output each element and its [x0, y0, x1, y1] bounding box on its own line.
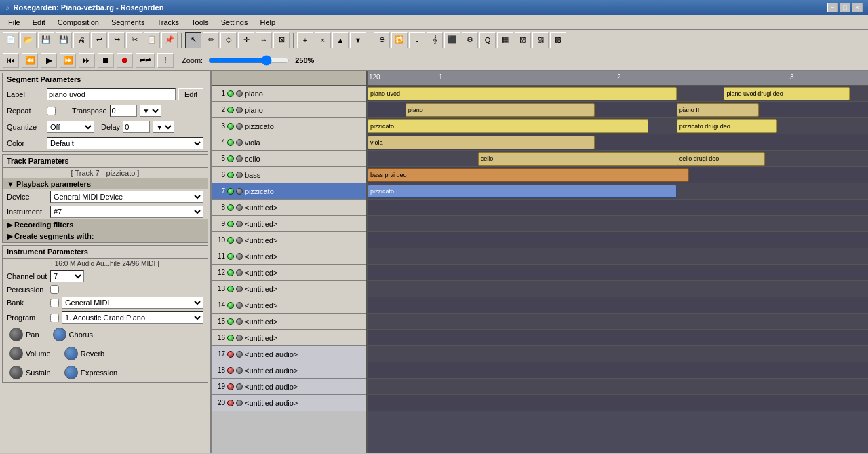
- track-mute-dot[interactable]: [227, 269, 234, 276]
- track-solo-dot[interactable]: [236, 172, 243, 178]
- transpose-input[interactable]: [110, 105, 137, 117]
- track-solo-dot[interactable]: [236, 400, 243, 406]
- track-solo-dot[interactable]: [236, 188, 243, 195]
- track-solo-dot[interactable]: [236, 318, 243, 325]
- track-solo-dot[interactable]: [236, 204, 243, 211]
- percussion-checkbox[interactable]: [50, 285, 59, 294]
- segment[interactable]: pizzicato: [368, 119, 648, 133]
- track-row[interactable]: 7pizzicato: [212, 183, 366, 200]
- track-solo-dot[interactable]: [236, 221, 243, 227]
- track-mute-dot[interactable]: [227, 139, 234, 146]
- segment[interactable]: pizzicato: [368, 185, 677, 198]
- track-row[interactable]: 10<untitled>: [212, 232, 366, 248]
- track-row[interactable]: 13<untitled>: [212, 281, 366, 297]
- program-checkbox[interactable]: [50, 314, 59, 322]
- track-mute-dot[interactable]: [227, 188, 234, 195]
- segment[interactable]: viola: [368, 136, 595, 149]
- track-mute-dot[interactable]: [227, 123, 234, 130]
- plugin1-button[interactable]: ▦: [497, 32, 513, 48]
- draw-tool[interactable]: ✏: [203, 32, 219, 48]
- track-solo-dot[interactable]: [236, 269, 243, 276]
- segment[interactable]: piano uvod'drugi deo: [724, 87, 850, 100]
- menu-settings[interactable]: Settings: [216, 17, 254, 28]
- transpose-select[interactable]: ▼: [140, 105, 161, 117]
- track-mute-dot[interactable]: [227, 204, 234, 211]
- zoom-slider[interactable]: [208, 55, 290, 66]
- maximize-button[interactable]: □: [840, 3, 850, 12]
- loop-transport-button[interactable]: ⇄⇄: [136, 53, 155, 68]
- bank-select[interactable]: General MIDI: [62, 297, 203, 309]
- track-mute-dot[interactable]: [227, 302, 234, 309]
- plugin2-button[interactable]: ▧: [515, 32, 531, 48]
- stop-button[interactable]: ⏹: [98, 53, 114, 68]
- move-tool[interactable]: ✛: [238, 32, 254, 48]
- segment[interactable]: pizzicato drugi deo: [677, 119, 778, 133]
- track-row[interactable]: 19<untitled audio>: [212, 379, 366, 395]
- plugin4-button[interactable]: ▩: [550, 32, 566, 48]
- track-row[interactable]: 14<untitled>: [212, 297, 366, 314]
- track-row[interactable]: 20<untitled audio>: [212, 395, 366, 411]
- minimize-button[interactable]: −: [827, 3, 838, 12]
- program-select[interactable]: 1. Acoustic Grand Piano: [62, 311, 203, 324]
- print-button[interactable]: 🖨: [73, 32, 90, 48]
- track-solo-dot[interactable]: [236, 383, 243, 390]
- track-mute-dot[interactable]: [227, 221, 234, 227]
- track-mute-dot[interactable]: [227, 253, 234, 260]
- menu-tracks[interactable]: Tracks: [151, 17, 184, 28]
- track-up-button[interactable]: ▲: [332, 32, 349, 48]
- menu-file[interactable]: File: [3, 17, 26, 28]
- playback-params-header[interactable]: ▼ Playback parameters: [3, 178, 208, 189]
- loop-button[interactable]: 🔁: [391, 32, 408, 48]
- segment[interactable]: cello drugi deo: [677, 152, 765, 166]
- track-mute-dot[interactable]: [227, 367, 234, 374]
- segment[interactable]: cello: [478, 152, 705, 166]
- close-button[interactable]: ×: [852, 3, 863, 12]
- track-row[interactable]: 17<untitled audio>: [212, 346, 366, 362]
- sustain-knob[interactable]: [9, 366, 23, 379]
- track-row[interactable]: 6bass: [212, 167, 366, 183]
- menu-composition[interactable]: Composition: [52, 17, 104, 28]
- track-mute-dot[interactable]: [227, 90, 234, 97]
- volume-knob[interactable]: [9, 347, 23, 360]
- plugin3-button[interactable]: ▨: [532, 32, 549, 48]
- segment[interactable]: bass prvi deo: [368, 168, 689, 182]
- delay-select[interactable]: ▼: [153, 121, 174, 133]
- metronome-button[interactable]: Q: [479, 32, 496, 48]
- repeat-checkbox[interactable]: [47, 107, 56, 115]
- track-solo-dot[interactable]: [236, 237, 243, 244]
- track-row[interactable]: 9<untitled>: [212, 216, 366, 232]
- redo-button[interactable]: ↪: [108, 32, 125, 48]
- delete-track-button[interactable]: ×: [315, 32, 331, 48]
- split-tool[interactable]: ⊠: [273, 32, 290, 48]
- track-solo-dot[interactable]: [236, 123, 243, 130]
- track-row[interactable]: 15<untitled>: [212, 314, 366, 330]
- new-button[interactable]: 📄: [3, 32, 19, 48]
- rewind-button[interactable]: ⏪: [22, 53, 38, 68]
- notation-button[interactable]: 𝄞: [427, 32, 443, 48]
- instrument-select[interactable]: #7: [50, 206, 203, 218]
- track-solo-dot[interactable]: [236, 155, 243, 162]
- erase-tool[interactable]: ◇: [220, 32, 237, 48]
- track-mute-dot[interactable]: [227, 172, 234, 178]
- select-tool[interactable]: ↖: [185, 32, 201, 48]
- track-down-button[interactable]: ▼: [350, 32, 366, 48]
- menu-segments[interactable]: Segments: [106, 17, 151, 28]
- track-solo-dot[interactable]: [236, 139, 243, 146]
- copy-button[interactable]: 📋: [144, 32, 160, 48]
- track-mute-dot[interactable]: [227, 400, 234, 406]
- open-button[interactable]: 📂: [20, 32, 37, 48]
- track-row[interactable]: 16<untitled>: [212, 330, 366, 346]
- track-mute-dot[interactable]: [227, 286, 234, 292]
- add-track-button[interactable]: +: [297, 32, 313, 48]
- track-solo-dot[interactable]: [236, 253, 243, 260]
- forward-to-end-button[interactable]: ⏭: [79, 53, 95, 68]
- device-select[interactable]: General MIDI Device: [50, 191, 203, 203]
- menu-help[interactable]: Help: [254, 17, 281, 28]
- lv2-button[interactable]: ⬛: [444, 32, 460, 48]
- add-tracks2-button[interactable]: ⊕: [374, 32, 390, 48]
- color-select[interactable]: Default: [47, 137, 203, 149]
- quantize-select[interactable]: Off: [47, 121, 94, 133]
- track-mute-dot[interactable]: [227, 155, 234, 162]
- delay-input[interactable]: [123, 121, 150, 133]
- midi-button[interactable]: ♩: [409, 32, 425, 48]
